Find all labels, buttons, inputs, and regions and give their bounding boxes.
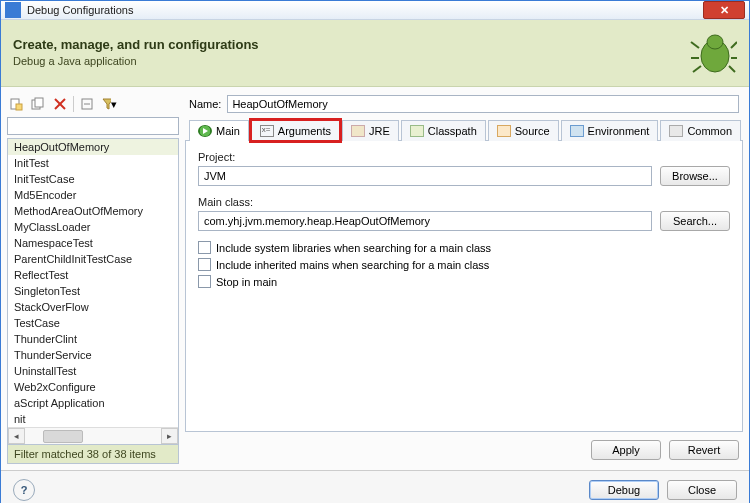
mainclass-input[interactable] — [198, 211, 652, 231]
include-syslib-row[interactable]: Include system libraries when searching … — [198, 241, 730, 254]
name-input[interactable] — [227, 95, 739, 113]
project-input[interactable] — [198, 166, 652, 186]
banner-text: Create, manage, and run configurations D… — [13, 37, 689, 67]
app-icon — [5, 2, 21, 18]
cp-icon — [410, 125, 424, 137]
tab-classpath[interactable]: Classpath — [401, 120, 486, 141]
stop-in-main-row[interactable]: Stop in main — [198, 275, 730, 288]
project-label: Project: — [198, 151, 730, 163]
scroll-right-button[interactable]: ▸ — [161, 428, 178, 444]
tab-bar: MainArgumentsJREClasspathSourceEnvironme… — [185, 119, 743, 141]
tab-main[interactable]: Main — [189, 120, 249, 141]
svg-rect-9 — [16, 104, 22, 110]
tab-label: Arguments — [278, 125, 331, 137]
delete-config-button[interactable] — [51, 95, 69, 113]
args-icon — [260, 125, 274, 137]
left-toolbar: ▾ — [7, 93, 179, 117]
config-tree[interactable]: HeapOutOfMemoryInitTestInitTestCaseMd5En… — [7, 138, 179, 445]
tree-item[interactable]: UninstallTest — [8, 363, 178, 379]
tree-item[interactable]: StackOverFlow — [8, 299, 178, 315]
search-button[interactable]: Search... — [660, 211, 730, 231]
run-icon — [198, 125, 212, 137]
debug-config-dialog: Debug Configurations ✕ Create, manage, a… — [0, 0, 750, 503]
stop-in-main-checkbox[interactable] — [198, 275, 211, 288]
tab-main-content: Project: Browse... Main class: Search...… — [185, 141, 743, 432]
tree-item[interactable]: ThunderClint — [8, 331, 178, 347]
svg-point-1 — [707, 35, 723, 49]
scroll-track[interactable] — [25, 428, 161, 444]
debug-button[interactable]: Debug — [589, 480, 659, 500]
tab-label: Environment — [588, 125, 650, 137]
banner-heading: Create, manage, and run configurations — [13, 37, 689, 52]
tree-item[interactable]: HeapOutOfMemory — [8, 139, 178, 155]
tab-label: Common — [687, 125, 732, 137]
name-row: Name: — [189, 95, 739, 113]
tab-label: Classpath — [428, 125, 477, 137]
svg-line-7 — [729, 66, 735, 72]
toolbar-separator — [73, 96, 74, 112]
collapse-all-button[interactable] — [78, 95, 96, 113]
svg-line-4 — [693, 66, 701, 72]
include-inherited-row[interactable]: Include inherited mains when searching f… — [198, 258, 730, 271]
tree-item[interactable]: InitTestCase — [8, 171, 178, 187]
tree-item[interactable]: MethodAreaOutOfMemory — [8, 203, 178, 219]
dialog-footer: ? Debug Close — [1, 470, 749, 503]
new-config-button[interactable] — [7, 95, 25, 113]
banner: Create, manage, and run configurations D… — [1, 20, 749, 87]
tree-item[interactable]: ThunderService — [8, 347, 178, 363]
left-panel: ▾ HeapOutOfMemoryInitTestInitTestCaseMd5… — [7, 93, 179, 464]
tree-item[interactable]: Web2xConfigure — [8, 379, 178, 395]
tree-item[interactable]: NamespaceTest — [8, 235, 178, 251]
banner-subtext: Debug a Java application — [13, 55, 689, 67]
tab-arguments[interactable]: Arguments — [251, 120, 340, 141]
bug-icon — [689, 28, 737, 76]
tree-item[interactable]: Md5Encoder — [8, 187, 178, 203]
tree-item[interactable]: TestCase — [8, 315, 178, 331]
tab-common[interactable]: Common — [660, 120, 741, 141]
env-icon — [570, 125, 584, 137]
jre-icon — [351, 125, 365, 137]
filter-button[interactable]: ▾ — [100, 95, 118, 113]
com-icon — [669, 125, 683, 137]
src-icon — [497, 125, 511, 137]
tab-jre[interactable]: JRE — [342, 120, 399, 141]
tree-scrollbar[interactable]: ◂ ▸ — [8, 427, 178, 444]
mainclass-label: Main class: — [198, 196, 730, 208]
svg-line-2 — [691, 42, 699, 48]
scroll-thumb[interactable] — [43, 430, 83, 443]
tree-item[interactable]: SingletonTest — [8, 283, 178, 299]
include-inherited-label: Include inherited mains when searching f… — [216, 259, 489, 271]
apply-button[interactable]: Apply — [591, 440, 661, 460]
tab-label: Source — [515, 125, 550, 137]
name-label: Name: — [189, 98, 221, 110]
stop-in-main-label: Stop in main — [216, 276, 277, 288]
tree-item[interactable]: ReflectTest — [8, 267, 178, 283]
duplicate-config-button[interactable] — [29, 95, 47, 113]
right-panel: Name: MainArgumentsJREClasspathSourceEnv… — [185, 93, 743, 464]
tab-environment[interactable]: Environment — [561, 120, 659, 141]
window-close-button[interactable]: ✕ — [703, 1, 745, 19]
include-syslib-checkbox[interactable] — [198, 241, 211, 254]
tab-label: JRE — [369, 125, 390, 137]
revert-button[interactable]: Revert — [669, 440, 739, 460]
tree-item[interactable]: nit — [8, 411, 178, 427]
tab-label: Main — [216, 125, 240, 137]
browse-button[interactable]: Browse... — [660, 166, 730, 186]
help-button[interactable]: ? — [13, 479, 35, 501]
tab-source[interactable]: Source — [488, 120, 559, 141]
window-title: Debug Configurations — [27, 4, 703, 16]
filter-input[interactable] — [7, 117, 179, 135]
title-bar: Debug Configurations ✕ — [1, 1, 749, 20]
tree-item[interactable]: MyClassLoader — [8, 219, 178, 235]
svg-line-5 — [731, 42, 737, 48]
tab-footer: Apply Revert — [185, 432, 743, 464]
svg-rect-11 — [35, 98, 43, 107]
include-inherited-checkbox[interactable] — [198, 258, 211, 271]
close-button[interactable]: Close — [667, 480, 737, 500]
filter-status: Filter matched 38 of 38 items — [7, 445, 179, 464]
tree-item[interactable]: ParentChildInitTestCase — [8, 251, 178, 267]
tree-item[interactable]: InitTest — [8, 155, 178, 171]
scroll-left-button[interactable]: ◂ — [8, 428, 25, 444]
tree-item[interactable]: aScript Application — [8, 395, 178, 411]
include-syslib-label: Include system libraries when searching … — [216, 242, 491, 254]
